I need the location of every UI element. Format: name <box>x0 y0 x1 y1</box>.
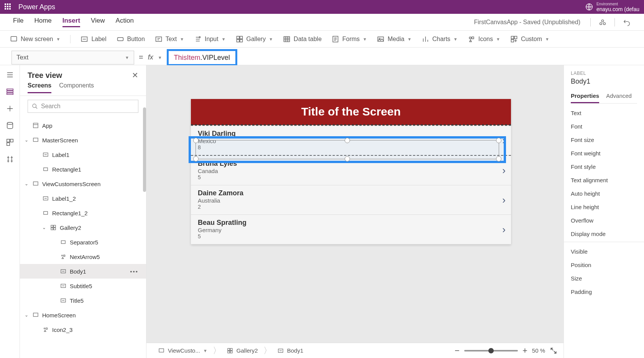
tree-node-body1[interactable]: Body1••• <box>20 264 146 279</box>
tree-node-label1[interactable]: Label1 <box>20 147 146 162</box>
menu-view[interactable]: View <box>91 17 105 27</box>
gallery-row[interactable]: Bruna LylesCanada5› <box>191 156 511 185</box>
svg-rect-39 <box>51 228 53 230</box>
menu-insert[interactable]: Insert <box>62 17 80 27</box>
gallery-icon <box>227 347 233 354</box>
ribbon-new-screen[interactable]: New screen▼ <box>10 35 60 43</box>
tree-node-nextarrow5[interactable]: NextArrow5 <box>20 249 146 264</box>
tree-node-masterscreen[interactable]: ⌄MasterScreen <box>20 133 146 147</box>
zoom-in-button[interactable]: + <box>522 346 527 356</box>
chevron-right-icon[interactable]: › <box>502 165 506 177</box>
icons-icon <box>468 35 475 43</box>
search-input[interactable]: Search <box>28 100 138 113</box>
ribbon-charts[interactable]: Charts▼ <box>422 35 458 43</box>
app-launcher-icon[interactable] <box>5 3 12 10</box>
tree-node-separator5[interactable]: Separator5 <box>20 235 146 249</box>
tab-advanced[interactable]: Advanced <box>606 92 632 103</box>
ribbon-input[interactable]: Input▼ <box>194 35 225 43</box>
media-icon[interactable] <box>6 138 14 147</box>
ribbon-icons[interactable]: Icons▼ <box>468 35 500 43</box>
ribbon-text[interactable]: Text▼ <box>155 35 184 43</box>
chevron-down-icon: ▼ <box>203 348 207 353</box>
ribbon-button[interactable]: Button <box>117 35 145 43</box>
tree-node-subtitle5[interactable]: Subtitle5 <box>20 279 146 293</box>
prop-font-style[interactable]: Font style <box>571 163 637 170</box>
zoom-out-button[interactable]: − <box>455 346 460 356</box>
environment-label: Environment <box>596 2 639 6</box>
app-checker-icon[interactable] <box>598 18 607 26</box>
breadcrumb-body1[interactable]: Body1 <box>272 343 309 358</box>
prop-font-weight[interactable]: Font weight <box>571 150 637 157</box>
ribbon-custom[interactable]: Custom▼ <box>510 35 549 43</box>
chevron-right-icon[interactable]: › <box>502 135 506 147</box>
prop-position[interactable]: Position <box>571 262 637 268</box>
gallery-row[interactable]: Daine ZamoraAustralia2› <box>191 185 511 215</box>
close-icon[interactable]: ✕ <box>132 71 138 80</box>
chevron-down-icon: ▼ <box>180 37 184 41</box>
tree-scrollbar[interactable] <box>143 107 146 246</box>
svg-point-25 <box>7 122 13 125</box>
prop-font-size[interactable]: Font size <box>571 137 637 143</box>
menu-file[interactable]: File <box>13 17 23 27</box>
property-selector[interactable]: Text ▼ <box>12 51 134 64</box>
gallery-row[interactable]: Beau SpratlingGermany5› <box>191 215 511 244</box>
chevron-down-icon: ▼ <box>125 55 129 60</box>
prop-text[interactable]: Text <box>571 110 637 116</box>
tree-node-rectangle1-2[interactable]: Rectangle1_2 <box>20 206 146 220</box>
tree-node-gallery2[interactable]: ⌄Gallery2 <box>20 220 146 235</box>
ribbon-data-table[interactable]: Data table <box>283 35 322 43</box>
prop-overflow[interactable]: Overflow <box>571 217 637 224</box>
breadcrumb-viewcusto-[interactable]: ViewCusto... ▼ <box>153 343 213 358</box>
chevron-down-icon: ▼ <box>269 37 273 41</box>
undo-icon[interactable] <box>623 18 631 26</box>
tools-icon[interactable] <box>6 155 14 163</box>
prop-visible[interactable]: Visible <box>571 248 637 255</box>
more-icon[interactable]: ••• <box>130 268 138 275</box>
rect-icon <box>42 210 49 216</box>
ribbon-gallery[interactable]: Gallery▼ <box>236 35 273 43</box>
device-preview[interactable]: Title of the Screen Viki DarlingMexico8›… <box>191 99 511 244</box>
prop-line-height[interactable]: Line height <box>571 204 637 210</box>
tree-view-icon[interactable] <box>6 87 14 96</box>
menu-home[interactable]: Home <box>34 17 51 27</box>
fit-icon[interactable] <box>550 347 557 355</box>
caret-icon: ⌄ <box>42 225 47 230</box>
ribbon-label[interactable]: Label <box>80 35 106 43</box>
ribbon-forms[interactable]: Forms▼ <box>332 35 367 43</box>
fx-icon[interactable]: fx <box>148 53 153 61</box>
caret-icon: ⌄ <box>25 312 29 318</box>
data-icon[interactable] <box>6 121 14 130</box>
properties-panel: LABEL Body1 Properties Advanced TextFont… <box>564 65 644 358</box>
prop-font[interactable]: Font <box>571 123 637 130</box>
prop-text-alignment[interactable]: Text alignment <box>571 177 637 183</box>
zoom-slider[interactable] <box>464 350 518 351</box>
breadcrumb-gallery2[interactable]: Gallery2 <box>221 343 263 358</box>
tree-node-icon2-3[interactable]: Icon2_3 <box>20 322 146 337</box>
ribbon-media[interactable]: Media▼ <box>377 35 411 43</box>
prop-display-mode[interactable]: Display mode <box>571 231 637 237</box>
tree-node-homescreen[interactable]: ⌄HomeScreen <box>20 308 146 322</box>
gallery-row[interactable]: Viki DarlingMexico8› <box>191 125 511 156</box>
chevron-right-icon[interactable]: › <box>502 224 506 236</box>
tree-node-app[interactable]: App <box>20 118 146 133</box>
chevron-right-icon[interactable]: › <box>502 194 506 206</box>
tree-node-viewcustomersscreen[interactable]: ⌄ViewCustomersScreen <box>20 177 146 191</box>
tree-node-title5[interactable]: Title5 <box>20 293 146 308</box>
property-selector-value: Text <box>16 54 28 61</box>
add-icon[interactable] <box>6 104 14 113</box>
rect-icon <box>42 166 49 173</box>
chevron-down-icon[interactable]: ▼ <box>158 55 162 60</box>
tab-properties[interactable]: Properties <box>571 92 599 103</box>
prop-padding[interactable]: Padding <box>571 289 637 295</box>
text-icon <box>155 35 163 43</box>
tree-node-rectangle1[interactable]: Rectangle1 <box>20 162 146 177</box>
screen-icon <box>32 180 39 187</box>
tab-screens[interactable]: Screens <box>28 82 51 93</box>
tree-node-label1-2[interactable]: Label1_2 <box>20 191 146 206</box>
prop-size[interactable]: Size <box>571 275 637 282</box>
hamburger-icon[interactable] <box>6 71 14 79</box>
tab-components[interactable]: Components <box>59 82 94 93</box>
menu-action[interactable]: Action <box>116 17 134 27</box>
formula-input[interactable]: ThisItem.VIPLevel <box>167 49 237 66</box>
prop-auto-height[interactable]: Auto height <box>571 190 637 197</box>
